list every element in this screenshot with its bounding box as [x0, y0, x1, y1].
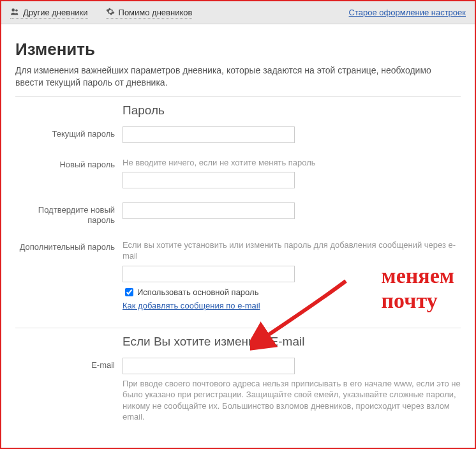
- page-intro: Для изменения важнейших параметров дневн…: [15, 65, 461, 89]
- email-label: E-mail: [15, 358, 123, 423]
- page-title: Изменить: [15, 40, 461, 59]
- confirm-password-label: Подтвердите новый пароль: [15, 202, 123, 225]
- svg-point-1: [15, 9, 18, 11]
- section-password-title: Пароль: [123, 103, 461, 118]
- email-howto-link[interactable]: Как добавлять сообщения по e-mail: [123, 301, 260, 310]
- extra-password-label: Дополнительный пароль: [15, 240, 123, 311]
- current-password-label: Текущий пароль: [15, 126, 123, 143]
- divider: [15, 328, 461, 328]
- divider: [15, 96, 461, 97]
- beyond-diaries-link[interactable]: Помимо дневников: [106, 7, 193, 19]
- extra-password-input[interactable]: [123, 266, 295, 282]
- current-password-input[interactable]: [123, 126, 295, 143]
- new-password-label: Новый пароль: [15, 157, 123, 189]
- svg-point-0: [11, 8, 15, 11]
- use-main-password-label: Использовать основной пароль: [137, 287, 258, 297]
- new-password-hint: Не вводите ничего, если не хотите менять…: [123, 157, 461, 169]
- topbar: Другие дневники Помимо дневников Старое …: [1, 1, 475, 24]
- users-icon: [10, 7, 19, 18]
- email-input[interactable]: [123, 358, 295, 374]
- confirm-password-input[interactable]: [123, 202, 295, 219]
- section-email-title: Если Вы хотите изменить E-mail: [123, 335, 461, 349]
- old-design-link[interactable]: Старое оформление настроек: [349, 8, 466, 17]
- other-diaries-link[interactable]: Другие дневники: [10, 7, 88, 19]
- beyond-diaries-label: Помимо дневников: [119, 8, 193, 17]
- gear-icon: [106, 7, 115, 18]
- new-password-input[interactable]: [123, 172, 295, 188]
- extra-password-hint: Если вы хотите установить или изменить п…: [123, 240, 461, 262]
- email-hint: При вводе своего почтового адреса нельзя…: [123, 378, 461, 423]
- other-diaries-label: Другие дневники: [23, 8, 88, 17]
- use-main-password-checkbox[interactable]: [125, 288, 133, 296]
